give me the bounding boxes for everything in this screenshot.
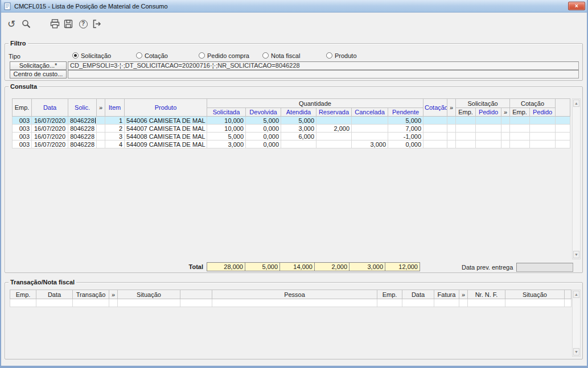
cell[interactable]: 10,000 xyxy=(207,117,246,125)
cell[interactable]: 8046228 xyxy=(68,117,97,125)
cell[interactable]: 5,000 xyxy=(281,117,316,125)
cell[interactable]: 5,000 xyxy=(388,117,423,125)
cell[interactable] xyxy=(423,133,447,140)
cell[interactable] xyxy=(423,140,447,148)
cell[interactable]: 0,000 xyxy=(246,125,281,133)
cell[interactable] xyxy=(468,299,505,307)
cell[interactable]: 544009 CAMISETA DE MAL xyxy=(125,140,207,148)
col-header-chevron-icon[interactable]: » xyxy=(447,99,456,117)
cell[interactable] xyxy=(447,133,456,140)
cell[interactable] xyxy=(212,299,377,307)
cell[interactable] xyxy=(510,140,530,148)
cell[interactable]: 2 xyxy=(105,125,125,133)
radio-cotacao[interactable]: Cotação xyxy=(136,52,168,59)
t-col-header-nrnf[interactable]: Nr. N. F. xyxy=(468,290,505,299)
cell[interactable] xyxy=(530,133,556,140)
t-col-header-emp[interactable]: Emp. xyxy=(10,290,36,299)
cell[interactable]: 3 xyxy=(105,133,125,140)
cell[interactable] xyxy=(434,299,459,307)
cell[interactable] xyxy=(456,117,476,125)
search-icon[interactable] xyxy=(19,17,33,31)
cell[interactable] xyxy=(530,117,556,125)
cell[interactable]: 5,000 xyxy=(246,117,281,125)
col-header-sol-emp[interactable]: Emp. xyxy=(456,108,476,117)
cell[interactable]: 16/07/2020 xyxy=(32,140,68,148)
cell[interactable] xyxy=(447,125,456,133)
col-header-chevron-icon[interactable]: » xyxy=(97,99,105,117)
exit-icon[interactable] xyxy=(90,17,104,31)
cell[interactable]: 544007 CAMISETA DE MAL xyxy=(125,125,207,133)
col-header-chevron-icon[interactable]: » xyxy=(501,108,510,117)
col-header-atendida[interactable]: Atendida xyxy=(281,108,316,117)
cell[interactable] xyxy=(476,125,501,133)
cell[interactable] xyxy=(97,117,105,125)
cell[interactable] xyxy=(476,133,501,140)
cell[interactable] xyxy=(97,140,105,148)
radio-nota-fiscal[interactable]: Nota fiscal xyxy=(262,52,300,59)
cell[interactable]: 3,000 xyxy=(281,125,316,133)
cell[interactable]: 003 xyxy=(13,125,32,133)
cell[interactable] xyxy=(281,140,316,148)
table-row[interactable]: 00316/07/202080462284544009 CAMISETA DE … xyxy=(13,140,570,148)
centro-custo-value[interactable] xyxy=(68,70,579,78)
cell[interactable] xyxy=(423,125,447,133)
cell[interactable] xyxy=(36,299,73,307)
scroll-up-icon[interactable]: ▲ xyxy=(573,291,579,298)
cell[interactable] xyxy=(352,125,388,133)
solicitacao-filter-button[interactable]: Solicitação...* xyxy=(10,61,67,70)
scroll-up-icon[interactable]: ▲ xyxy=(573,100,579,107)
cell[interactable]: 8046228 xyxy=(68,140,97,148)
col-header-cancelada[interactable]: Cancelada xyxy=(352,108,388,117)
col-header-cot-emp[interactable]: Emp. xyxy=(510,108,530,117)
table-row[interactable]: 00316/07/202080462281544006 CAMISETA DE … xyxy=(13,117,570,125)
cell[interactable] xyxy=(109,299,118,307)
cell[interactable]: 8046228 xyxy=(68,125,97,133)
t-col-header-fatura[interactable]: Fatura xyxy=(434,290,459,299)
vertical-scrollbar[interactable]: ▲ ▼ xyxy=(572,290,581,357)
cell[interactable]: 1 xyxy=(105,117,125,125)
cell[interactable]: 16/07/2020 xyxy=(32,133,68,140)
cell[interactable]: 0,000 xyxy=(246,140,281,148)
cell[interactable] xyxy=(456,140,476,148)
cell[interactable]: 0,000 xyxy=(388,140,423,148)
cell[interactable]: 10,000 xyxy=(207,125,246,133)
cell[interactable]: 4 xyxy=(105,140,125,148)
table-row[interactable]: 00316/07/202080462283544008 CAMISETA DE … xyxy=(13,133,570,140)
cell[interactable] xyxy=(501,133,510,140)
t-col-header-situacao2[interactable]: Situação xyxy=(505,290,565,299)
cell[interactable] xyxy=(476,117,501,125)
col-header-item[interactable]: Item xyxy=(105,99,125,117)
cell[interactable] xyxy=(476,140,501,148)
cell[interactable]: 16/07/2020 xyxy=(32,125,68,133)
cell[interactable]: 544006 CAMISETA DE MAL xyxy=(125,117,207,125)
t-col-header-emp2[interactable]: Emp. xyxy=(377,290,402,299)
t-col-header-data[interactable]: Data xyxy=(36,290,73,299)
table-row[interactable]: 00316/07/202080462282544007 CAMISETA DE … xyxy=(13,125,570,133)
col-header-produto[interactable]: Produto xyxy=(125,99,207,117)
cell[interactable] xyxy=(316,140,352,148)
radio-produto[interactable]: Produto xyxy=(326,52,357,59)
save-icon[interactable] xyxy=(61,17,75,31)
col-header-cotacao[interactable]: Cotação xyxy=(423,99,447,117)
cell[interactable]: 003 xyxy=(13,140,32,148)
cell[interactable]: 8046228 xyxy=(68,133,97,140)
t-col-header-situacao[interactable]: Situação xyxy=(118,290,180,299)
cell[interactable]: 544008 CAMISETA DE MAL xyxy=(125,133,207,140)
cell[interactable]: 003 xyxy=(13,117,32,125)
cell[interactable]: 5,000 xyxy=(207,133,246,140)
cell[interactable] xyxy=(97,133,105,140)
cell[interactable] xyxy=(510,117,530,125)
cell[interactable] xyxy=(501,117,510,125)
cell[interactable]: 3,000 xyxy=(352,140,388,148)
scroll-down-icon[interactable]: ▼ xyxy=(573,251,579,258)
help-icon[interactable]: ? xyxy=(76,17,90,31)
cell[interactable]: 2,000 xyxy=(316,125,352,133)
cell[interactable] xyxy=(501,140,510,148)
cell[interactable]: 003 xyxy=(13,133,32,140)
col-header-pendente[interactable]: Pendente xyxy=(388,108,423,117)
t-col-header-data2[interactable]: Data xyxy=(402,290,434,299)
cell[interactable] xyxy=(456,125,476,133)
cell[interactable]: 7,000 xyxy=(388,125,423,133)
t-col-header-transacao[interactable]: Transação xyxy=(73,290,109,299)
cell[interactable] xyxy=(447,140,456,148)
